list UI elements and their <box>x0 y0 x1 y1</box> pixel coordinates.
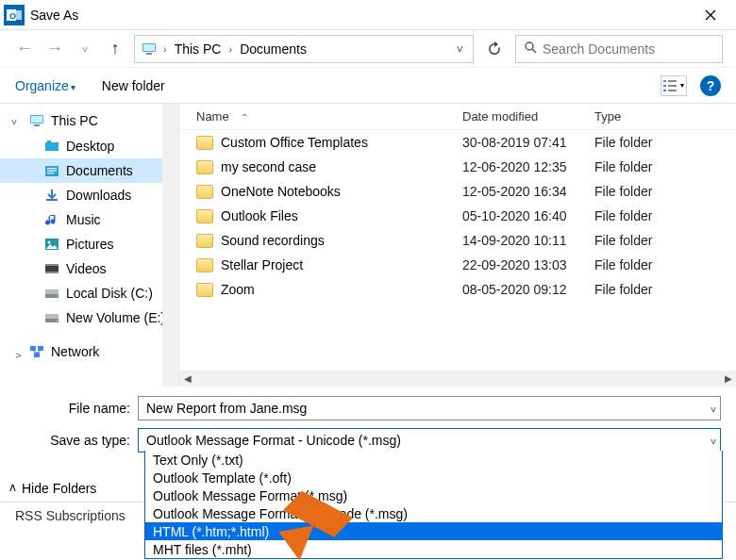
sort-caret-icon: ⌃ <box>241 112 248 123</box>
type-option[interactable]: Text Only (*.txt) <box>145 451 722 469</box>
folder-icon <box>196 136 213 150</box>
file-row[interactable]: OneNote Notebooks12-05-2020 16:34File fo… <box>179 179 736 204</box>
new-folder-button[interactable]: New folder <box>102 78 165 93</box>
file-name: Outlook Files <box>221 208 298 223</box>
column-header-date[interactable]: Date modified <box>462 109 594 124</box>
caret-down-icon[interactable]: ⅴ <box>711 436 716 446</box>
tree-item-downloads[interactable]: ⅴDownloads <box>0 183 178 207</box>
folder-type-icon <box>43 260 60 277</box>
search-input[interactable]: Search Documents <box>515 35 723 63</box>
svg-line-9 <box>532 49 536 53</box>
breadcrumb-this-pc[interactable]: This PC <box>173 40 224 58</box>
svg-rect-23 <box>47 171 57 172</box>
folder-type-icon <box>43 309 60 326</box>
tree-item-local-disk-c-[interactable]: ⅴLocal Disk (C:) <box>0 281 178 305</box>
folder-type-icon <box>43 285 60 302</box>
back-button[interactable]: ← <box>13 38 36 60</box>
file-type: File folder <box>594 159 652 174</box>
tree-item-label: Videos <box>66 261 107 276</box>
svg-rect-25 <box>46 199 58 201</box>
column-header-name[interactable]: Name⌃ <box>179 109 462 124</box>
svg-line-41 <box>37 351 41 353</box>
recent-locations-button[interactable]: ⅴ <box>74 38 96 60</box>
file-row[interactable]: Stellar Project22-09-2020 13:03File fold… <box>179 253 736 277</box>
status-text: RSS Subscriptions <box>15 508 125 523</box>
svg-rect-7 <box>146 53 152 55</box>
file-name: Stellar Project <box>221 257 303 272</box>
svg-rect-39 <box>34 353 40 357</box>
pc-icon <box>28 112 45 129</box>
up-button[interactable]: ↑ <box>104 38 126 60</box>
scroll-right-button[interactable]: ▶ <box>720 371 736 387</box>
folder-icon <box>196 209 213 223</box>
help-button[interactable]: ? <box>700 75 721 96</box>
tree-root-this-pc[interactable]: ⅴ This PC <box>0 107 178 134</box>
tree-item-videos[interactable]: ⅴVideos <box>0 256 178 281</box>
svg-rect-15 <box>668 90 677 91</box>
horizontal-scrollbar[interactable]: ◀ ▶ <box>179 371 736 387</box>
folder-type-icon <box>43 236 60 253</box>
tree-item-documents[interactable]: ⅴDocuments <box>0 158 178 183</box>
tree-item-label: Local Disk (C:) <box>66 286 153 301</box>
save-as-type-value: Outlook Message Format - Unicode (*.msg) <box>146 433 401 448</box>
type-option[interactable]: MHT files (*.mht) <box>145 540 722 558</box>
type-option[interactable]: Outlook Template (*.oft) <box>145 469 722 486</box>
type-option[interactable]: HTML (*.htm;*.html) <box>145 522 722 540</box>
outlook-icon: O <box>4 5 25 25</box>
svg-rect-1 <box>16 10 22 20</box>
type-option[interactable]: Outlook Message Format (*.msg) <box>145 486 722 504</box>
svg-rect-17 <box>31 116 42 123</box>
file-date: 22-09-2020 13:03 <box>462 257 594 272</box>
file-date: 12-06-2020 12:35 <box>462 159 594 174</box>
hide-folders-label: Hide Folders <box>22 481 96 496</box>
svg-point-27 <box>48 241 51 244</box>
list-view-icon <box>663 80 678 91</box>
file-row[interactable]: Custom Office Templates30-08-2019 07:41F… <box>179 130 736 155</box>
tree-item-desktop[interactable]: ⅴDesktop <box>0 134 178 158</box>
organize-button[interactable]: Organize▾ <box>15 78 75 93</box>
folder-icon <box>196 283 213 297</box>
tree-item-new-volume-e-[interactable]: ⅴNew Volume (E:) <box>0 305 178 330</box>
file-row[interactable]: Outlook Files05-10-2020 16:40File folder <box>179 204 736 228</box>
file-type: File folder <box>594 208 652 223</box>
file-date: 08-05-2020 09:12 <box>462 282 594 297</box>
filename-input[interactable]: New Report from Jane.msg ⅴ <box>138 396 721 420</box>
svg-text:O: O <box>9 11 16 21</box>
save-as-type-options: Text Only (*.txt)Outlook Template (*.oft… <box>144 451 723 559</box>
explorer-body: ⅴ This PC ⅴDesktopⅴDocumentsⅴDownloadsⅴM… <box>0 104 736 387</box>
tree-item-label: New Volume (E:) <box>66 310 165 325</box>
breadcrumb-documents[interactable]: Documents <box>238 40 309 58</box>
tree-item-pictures[interactable]: ⅴPictures <box>0 232 178 256</box>
tree-network[interactable]: ⅴ Network <box>0 339 178 364</box>
forward-button[interactable]: → <box>43 38 66 60</box>
save-as-type-dropdown[interactable]: Outlook Message Format - Unicode (*.msg)… <box>138 428 721 453</box>
file-date: 05-10-2020 16:40 <box>462 208 594 223</box>
column-headers: Name⌃ Date modified Type <box>179 104 736 130</box>
view-options-button[interactable]: ▾ <box>661 75 687 96</box>
tree-root-label: This PC <box>51 113 98 128</box>
file-row[interactable]: my second case12-06-2020 12:35File folde… <box>179 155 736 179</box>
column-header-type[interactable]: Type <box>594 109 736 124</box>
file-name: OneNote Notebooks <box>221 184 341 199</box>
sidebar-scrollbar[interactable] <box>162 104 178 387</box>
address-bar[interactable]: › This PC › Documents ⅴ <box>134 35 474 63</box>
close-icon <box>705 9 716 21</box>
refresh-button[interactable] <box>481 36 508 62</box>
caret-down-icon[interactable]: ⅴ <box>711 404 716 414</box>
svg-point-8 <box>526 42 533 50</box>
svg-rect-19 <box>45 142 59 151</box>
file-row[interactable]: Zoom08-05-2020 09:12File folder <box>179 277 736 302</box>
svg-rect-10 <box>663 80 666 82</box>
type-option[interactable]: Outlook Message Format - Unicode (*.msg) <box>145 504 722 522</box>
svg-point-33 <box>56 295 58 297</box>
svg-point-36 <box>56 320 58 321</box>
tree-item-music[interactable]: ⅴMusic <box>0 207 178 232</box>
file-row[interactable]: Sound recordings14-09-2020 10:11File fol… <box>179 228 736 253</box>
caret-down-icon: ▾ <box>71 82 75 92</box>
chevron-right-icon: › <box>228 43 232 55</box>
svg-rect-30 <box>45 272 59 273</box>
address-dropdown-button[interactable]: ⅴ <box>452 35 467 63</box>
scroll-left-button[interactable]: ◀ <box>179 371 195 387</box>
close-button[interactable] <box>689 0 732 30</box>
file-name: Sound recordings <box>221 233 325 248</box>
